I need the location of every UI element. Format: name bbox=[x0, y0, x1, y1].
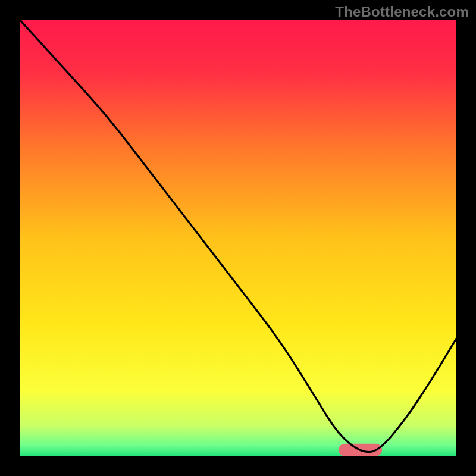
bottleneck-curve bbox=[20, 20, 456, 452]
watermark-text: TheBottleneck.com bbox=[335, 4, 469, 20]
plot-area bbox=[20, 20, 456, 456]
chart-svg bbox=[20, 20, 456, 456]
chart-frame: TheBottleneck.com bbox=[0, 0, 476, 476]
